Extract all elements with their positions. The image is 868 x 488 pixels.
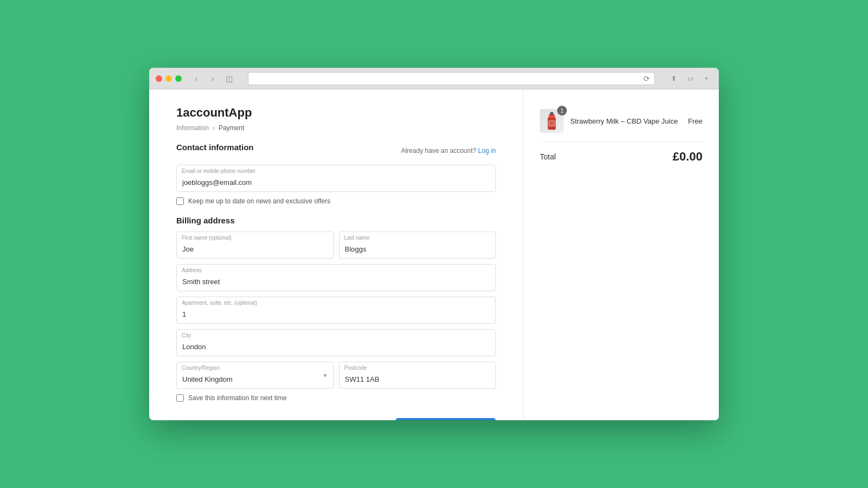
order-panel: 1 (524, 89, 719, 420)
maximize-button[interactable] (175, 75, 182, 82)
browser-actions: ⬆ ▭ + (668, 73, 712, 85)
duplicate-button[interactable]: ▭ (684, 73, 696, 85)
address-input[interactable] (176, 264, 496, 291)
product-info: Strawberry Milk – CBD Vape Juice (570, 117, 681, 125)
share-button[interactable]: ⬆ (668, 73, 680, 85)
svg-point-4 (550, 122, 553, 125)
billing-section-title: Billing address (176, 216, 496, 225)
apartment-input[interactable] (176, 297, 496, 324)
app-title: 1accountApp (176, 106, 496, 120)
product-price: Free (688, 117, 703, 125)
total-amount: £0.00 (673, 150, 703, 164)
country-select[interactable]: United Kingdom United States Australia C… (176, 362, 334, 389)
traffic-lights (156, 75, 182, 82)
first-name-input[interactable] (176, 232, 334, 259)
sidebar-button[interactable]: ◫ (223, 73, 235, 85)
total-row: Total £0.00 (540, 142, 703, 164)
product-row: 1 (540, 100, 703, 142)
forward-button[interactable]: › (207, 73, 219, 85)
save-info-label: Save this information for next time (188, 394, 286, 402)
city-input[interactable] (176, 329, 496, 356)
breadcrumb: Information > Payment (176, 124, 496, 132)
back-button[interactable]: ‹ (190, 73, 202, 85)
save-info-checkbox-row: Save this information for next time (176, 394, 496, 402)
breadcrumb-payment: Payment (219, 124, 244, 132)
postcode-group: Postcode (339, 362, 496, 389)
browser-content: 1accountApp Information > Payment Contac… (149, 89, 719, 420)
product-image-wrapper: 1 (540, 109, 564, 133)
product-badge: 1 (557, 106, 567, 115)
browser-window: ‹ › ◫ ⟳ ⬆ ▭ + 1accountApp Information > … (149, 68, 719, 420)
newsletter-label: Keep me up to date on news and exclusive… (188, 197, 330, 205)
product-name: Strawberry Milk – CBD Vape Juice (570, 117, 681, 125)
first-name-group: First name (optional) (176, 232, 334, 259)
minimize-button[interactable] (165, 75, 172, 82)
browser-titlebar: ‹ › ◫ ⟳ ⬆ ▭ + (149, 68, 719, 89)
country-group: Country/Region United Kingdom United Sta… (176, 362, 334, 389)
continue-to-payment-button[interactable]: Continue to payment (395, 418, 496, 420)
breadcrumb-information[interactable]: Information (176, 124, 209, 132)
apartment-group: Apartment, suite, etc. (optional) (176, 297, 496, 324)
form-panel: 1accountApp Information > Payment Contac… (149, 89, 524, 420)
breadcrumb-separator: > (212, 125, 215, 131)
last-name-group: Last name (339, 232, 496, 259)
newsletter-checkbox[interactable] (176, 197, 184, 205)
reload-icon[interactable]: ⟳ (643, 74, 650, 83)
new-tab-button[interactable]: + (700, 73, 712, 85)
login-link[interactable]: Log in (478, 147, 496, 155)
name-row: First name (optional) Last name (176, 232, 496, 259)
country-postcode-row: Country/Region United Kingdom United Sta… (176, 362, 496, 389)
newsletter-checkbox-row: Keep me up to date on news and exclusive… (176, 197, 496, 205)
already-have-account-text: Already have an account? (401, 147, 476, 155)
email-input[interactable] (176, 165, 496, 192)
total-label: Total (540, 152, 556, 161)
close-button[interactable] (156, 75, 162, 82)
save-info-checkbox[interactable] (176, 394, 184, 402)
address-group: Address (176, 264, 496, 291)
svg-rect-2 (550, 112, 553, 115)
contact-header: Contact information Already have an acco… (176, 143, 496, 158)
login-text: Already have an account? Log in (401, 147, 496, 155)
city-group: City (176, 329, 496, 356)
address-bar[interactable]: ⟳ (248, 72, 655, 85)
postcode-input[interactable] (339, 362, 496, 389)
last-name-input[interactable] (339, 232, 496, 259)
contact-section-title: Contact information (176, 143, 254, 152)
email-field-group: Email or mobile phone number (176, 165, 496, 192)
